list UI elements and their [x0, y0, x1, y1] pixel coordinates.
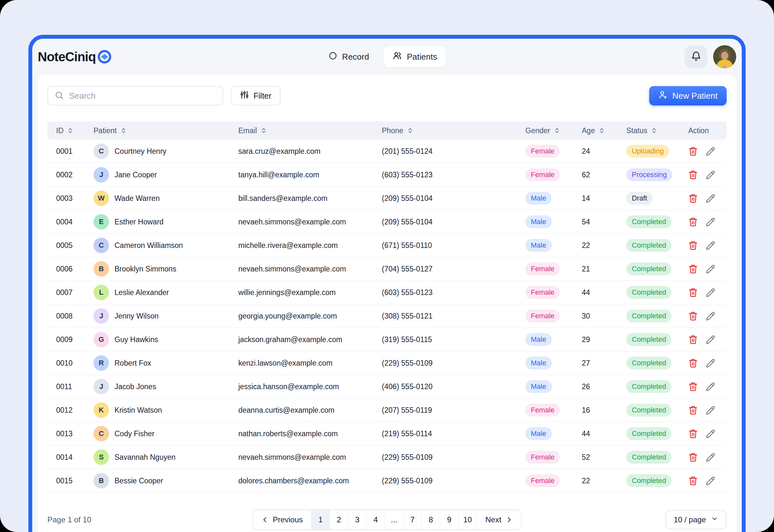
delete-button[interactable]	[688, 429, 698, 438]
page-ellipsis: ...	[385, 510, 403, 529]
patient-avatar: C	[94, 238, 109, 253]
column-header-email[interactable]: Email	[238, 126, 382, 135]
edit-button[interactable]	[706, 146, 715, 156]
patient-phone: (671) 555-0110	[382, 241, 525, 250]
status-badge: Completed	[626, 215, 671, 228]
edit-button[interactable]	[706, 288, 715, 297]
column-header-patient[interactable]: Patient	[94, 126, 238, 135]
patient-cell: JJenny Wilson	[94, 308, 238, 324]
user-avatar[interactable]	[713, 45, 736, 68]
page-button-2[interactable]: 2	[330, 510, 348, 529]
edit-button[interactable]	[706, 358, 715, 368]
users-icon	[392, 51, 402, 63]
patient-phone: (704) 555-0127	[382, 265, 525, 273]
patient-name: Cameron Williamson	[114, 241, 183, 250]
pencil-icon	[706, 452, 715, 462]
patient-phone: (603) 555-0123	[382, 171, 525, 179]
table-row: 0010RRobert Foxkenzi.lawson@example.com(…	[47, 351, 727, 375]
edit-button[interactable]	[706, 193, 715, 203]
delete-button[interactable]	[688, 476, 698, 486]
row-actions	[688, 146, 718, 156]
brand-logo: NoteCiniq	[38, 50, 112, 64]
filter-button[interactable]: Filter	[231, 86, 281, 105]
column-label: Age	[582, 126, 595, 135]
trash-icon	[688, 241, 698, 250]
patient-id: 0015	[56, 477, 94, 485]
row-actions	[688, 405, 718, 415]
patient-name: Cody Fisher	[114, 429, 154, 438]
gender-badge: Female	[525, 145, 560, 158]
delete-button[interactable]	[688, 452, 698, 462]
column-header-status[interactable]: Status	[626, 126, 688, 135]
page-size-select[interactable]: 10 / page	[665, 510, 727, 529]
edit-button[interactable]	[706, 311, 715, 321]
trash-icon	[688, 429, 698, 438]
edit-button[interactable]	[706, 405, 715, 415]
status-badge: Completed	[626, 427, 671, 440]
trash-icon	[688, 288, 698, 297]
patient-email: kenzi.lawson@example.com	[238, 359, 382, 368]
new-patient-button[interactable]: New Patient	[649, 86, 727, 105]
edit-button[interactable]	[706, 476, 715, 486]
delete-button[interactable]	[688, 146, 698, 156]
patient-name: Jenny Wilson	[114, 312, 159, 320]
patient-phone: (201) 555-0124	[382, 147, 525, 156]
search-input[interactable]	[69, 91, 216, 101]
page-button-9[interactable]: 9	[440, 510, 458, 529]
column-header-age[interactable]: Age	[582, 126, 626, 135]
trash-icon	[688, 193, 698, 203]
sort-icon	[554, 127, 560, 134]
previous-page-button[interactable]: Previous	[253, 510, 311, 529]
row-actions	[688, 217, 718, 227]
patient-email: nevaeh.simmons@example.com	[238, 265, 382, 273]
delete-button[interactable]	[688, 264, 698, 274]
delete-button[interactable]	[688, 193, 698, 203]
patient-phone: (229) 555-0109	[382, 477, 525, 485]
edit-button[interactable]	[706, 264, 715, 274]
page-button-3[interactable]: 3	[348, 510, 366, 529]
edit-button[interactable]	[706, 170, 715, 180]
page-button-7[interactable]: 7	[403, 510, 422, 529]
page-button-1[interactable]: 1	[311, 510, 330, 529]
notifications-button[interactable]	[685, 45, 707, 68]
gender-badge: Female	[525, 262, 560, 275]
delete-button[interactable]	[688, 382, 698, 391]
pencil-icon	[706, 288, 715, 297]
new-patient-label: New Patient	[672, 91, 718, 101]
sort-icon	[67, 127, 74, 134]
patient-phone: (207) 555-0119	[382, 406, 525, 415]
delete-button[interactable]	[688, 170, 698, 180]
column-header-gender[interactable]: Gender	[525, 126, 582, 135]
edit-button[interactable]	[706, 429, 715, 438]
row-actions	[688, 170, 718, 180]
page-button-10[interactable]: 10	[458, 510, 477, 529]
edit-button[interactable]	[706, 217, 715, 227]
edit-button[interactable]	[706, 452, 715, 462]
patient-age: 62	[582, 171, 626, 179]
patient-avatar: J	[94, 379, 109, 394]
delete-button[interactable]	[688, 405, 698, 415]
delete-button[interactable]	[688, 311, 698, 321]
edit-button[interactable]	[706, 241, 715, 250]
delete-button[interactable]	[688, 217, 698, 227]
status-badge: Completed	[626, 262, 671, 275]
nav-item-record[interactable]: Record	[329, 51, 369, 62]
nav-item-patients[interactable]: Patients	[384, 46, 445, 67]
patient-avatar: C	[94, 426, 109, 441]
edit-button[interactable]	[706, 382, 715, 391]
trash-icon	[688, 264, 698, 274]
delete-button[interactable]	[688, 335, 698, 344]
delete-button[interactable]	[688, 241, 698, 250]
column-header-id[interactable]: ID	[56, 126, 94, 135]
table-row: 0013CCody Fishernathan.roberts@example.c…	[47, 422, 727, 446]
edit-button[interactable]	[706, 335, 715, 344]
row-actions	[688, 429, 718, 438]
page-button-8[interactable]: 8	[422, 510, 440, 529]
column-header-phone[interactable]: Phone	[382, 126, 525, 135]
delete-button[interactable]	[688, 288, 698, 297]
page-button-4[interactable]: 4	[366, 510, 385, 529]
next-page-button[interactable]: Next	[477, 510, 521, 529]
delete-button[interactable]	[688, 358, 698, 368]
status-badge: Processing	[626, 168, 672, 181]
pencil-icon	[706, 146, 715, 156]
